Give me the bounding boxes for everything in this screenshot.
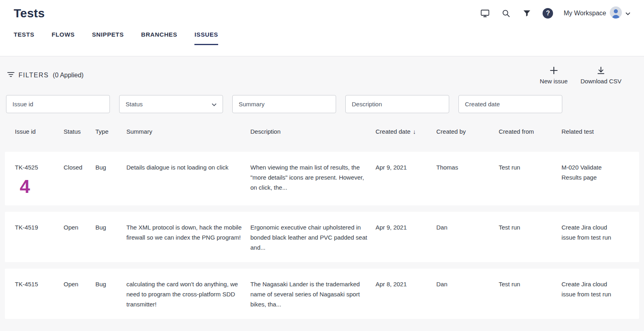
column-header-issue-id[interactable]: Issue id	[15, 128, 64, 135]
chevron-down-icon	[212, 101, 217, 108]
cell-type: Bug	[95, 222, 126, 232]
new-issue-button[interactable]: New issue	[538, 65, 569, 85]
column-header-status[interactable]: Status	[64, 128, 95, 135]
filters-toggle[interactable]: FILTERS (0 Applied)	[7, 72, 84, 79]
table-row[interactable]: TK-4519 Open Bug The XML protocol is dow…	[5, 212, 639, 262]
sort-desc-icon: ↓	[413, 128, 416, 135]
filter-lines-icon	[7, 72, 14, 79]
cell-created-from: Test run	[499, 162, 561, 172]
cell-created-by: Dan	[436, 222, 499, 232]
chevron-down-icon	[625, 10, 630, 17]
column-header-created-from[interactable]: Created from	[499, 128, 561, 135]
cell-summary: calculating the card won't do anything, …	[126, 279, 250, 309]
cell-description: Ergonomic executive chair upholstered in…	[250, 222, 376, 252]
new-issue-label: New issue	[540, 78, 568, 85]
download-csv-label: Download CSV	[580, 78, 621, 85]
column-header-summary[interactable]: Summary	[126, 128, 250, 135]
cell-issue-id: TK-4515	[15, 279, 64, 289]
column-header-created-by[interactable]: Created by	[436, 128, 499, 135]
filter-status-select[interactable]: Status	[119, 95, 223, 113]
cell-related-test: Create Jira cloud issue from test run	[561, 222, 622, 242]
column-header-type[interactable]: Type	[95, 128, 126, 135]
cell-related-test: Create Jira cloud issue from test run	[561, 279, 622, 299]
monitor-icon[interactable]	[480, 8, 490, 19]
table-header: Issue id Status Type Summary Description…	[5, 119, 639, 144]
filters-applied-count: (0 Applied)	[53, 72, 84, 79]
download-icon	[597, 66, 605, 77]
table-row[interactable]: TK-4525 4 Closed Bug Details dialogue is…	[5, 152, 639, 205]
tab-flows[interactable]: FLOWS	[52, 31, 74, 45]
table-row[interactable]: TK-4515 Open Bug calculating the card wo…	[5, 269, 639, 319]
cell-related-test: M-020 Validate Results page	[561, 162, 622, 182]
filter-status-value: Status	[126, 101, 143, 108]
toolbar: FILTERS (0 Applied) New issue Download C…	[0, 56, 644, 85]
cell-description: When viewing the main list of results, t…	[250, 162, 376, 192]
cell-created-by: Dan	[436, 279, 499, 289]
workspace-menu[interactable]: My Workspace	[564, 6, 630, 20]
tab-bar: TESTS FLOWS SNIPPETS BRANCHES ISSUES	[0, 31, 644, 45]
cell-summary: Details dialogue is not loading on click	[126, 162, 250, 172]
tab-issues[interactable]: ISSUES	[194, 31, 218, 45]
tab-tests[interactable]: TESTS	[14, 31, 34, 45]
cell-created-date: Apr 9, 2021	[376, 222, 436, 232]
page-title: Tests	[14, 6, 45, 20]
column-header-related-test[interactable]: Related test	[561, 128, 631, 135]
download-csv-button[interactable]: Download CSV	[579, 65, 623, 85]
cell-issue-id: TK-4525 4	[15, 162, 64, 196]
cell-type: Bug	[95, 279, 126, 289]
cell-created-date: Apr 8, 2021	[376, 279, 436, 289]
workspace-label: My Workspace	[564, 10, 606, 17]
help-icon[interactable]: ?	[543, 8, 553, 19]
cell-type: Bug	[95, 162, 126, 172]
cell-created-from: Test run	[499, 222, 561, 232]
tab-snippets[interactable]: SNIPPETS	[92, 31, 124, 45]
plus-icon	[549, 66, 558, 77]
filter-row: Status	[0, 95, 644, 113]
filter-issue-id-input[interactable]	[6, 95, 110, 113]
search-icon[interactable]	[501, 8, 511, 19]
annotation-number: 4	[20, 177, 56, 196]
cell-created-by: Thomas	[436, 162, 499, 172]
app-header: Tests ? My Workspace TES	[0, 0, 644, 56]
cell-created-date: Apr 9, 2021	[376, 162, 436, 172]
column-header-created-date[interactable]: Created date↓	[376, 128, 436, 135]
column-header-description[interactable]: Description	[250, 128, 376, 135]
cell-created-from: Test run	[499, 279, 561, 289]
avatar	[610, 6, 622, 20]
cell-status: Open	[64, 279, 95, 289]
cell-status: Closed	[64, 162, 95, 172]
cell-summary: The XML protocol is down, hack the mobil…	[126, 222, 250, 242]
filter-description-input[interactable]	[345, 95, 449, 113]
filter-icon[interactable]	[522, 8, 532, 19]
cell-status: Open	[64, 222, 95, 232]
filter-created-date-input[interactable]	[458, 95, 562, 113]
filters-label: FILTERS	[19, 72, 49, 79]
filter-summary-input[interactable]	[232, 95, 336, 113]
cell-description: The Nagasaki Lander is the trademarked n…	[250, 279, 376, 309]
cell-issue-id: TK-4519	[15, 222, 64, 232]
tab-branches[interactable]: BRANCHES	[141, 31, 178, 45]
